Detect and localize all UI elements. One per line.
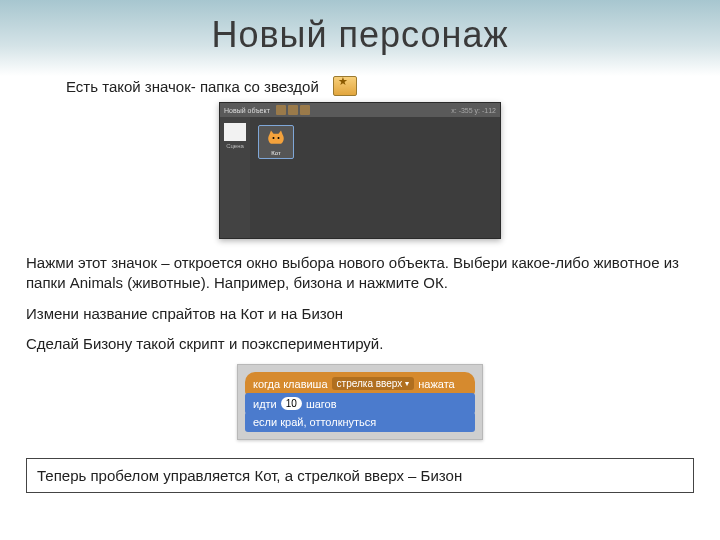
slide-title: Новый персонаж <box>0 14 720 56</box>
hat-block: когда клавиша стрелка вверх нажата <box>245 372 475 395</box>
paint-sprite-icon <box>276 105 286 115</box>
panel-header: Новый объект x: -355 y: -112 <box>220 103 500 117</box>
stage-label: Сцена <box>220 143 250 149</box>
sprite-label: Кот <box>259 150 293 156</box>
move-block: идти 10 шагов <box>245 393 475 414</box>
stage-thumbnail <box>224 123 246 141</box>
key-dropdown: стрелка вверх <box>332 377 415 390</box>
move-text-post: шагов <box>306 398 337 410</box>
footer-note: Теперь пробелом управляется Кот, а стрел… <box>26 458 694 493</box>
move-text-pre: идти <box>253 398 277 410</box>
star-folder-icon <box>288 105 298 115</box>
panel-header-icons <box>276 105 310 115</box>
stage-column: Сцена <box>220 117 250 238</box>
script-preview: когда клавиша стрелка вверх нажата идти … <box>237 364 483 440</box>
paragraph-1: Нажми этот значок – откроется окно выбор… <box>26 253 694 294</box>
svg-point-0 <box>273 137 275 139</box>
intro-text: Есть такой значок- папка со звездой <box>66 78 319 95</box>
paragraph-3: Сделай Бизону такой скрипт и поэкспериме… <box>26 334 694 354</box>
surprise-sprite-icon <box>300 105 310 115</box>
hat-text-pre: когда клавиша <box>253 378 328 390</box>
star-folder-icon <box>333 76 357 96</box>
slide-header: Новый персонаж <box>0 0 720 76</box>
panel-header-label: Новый объект <box>224 107 270 114</box>
sprite-thumbnail: Кот <box>258 125 294 159</box>
intro-row: Есть такой значок- папка со звездой <box>66 76 694 96</box>
svg-point-1 <box>278 137 280 139</box>
slide-content: Есть такой значок- папка со звездой Новы… <box>0 76 720 493</box>
cat-icon <box>259 126 293 150</box>
panel-coords: x: -355 y: -112 <box>451 107 496 114</box>
hat-text-post: нажата <box>418 378 454 390</box>
move-steps-input: 10 <box>281 397 302 410</box>
paragraph-2: Измени название спрайтов на Кот и на Биз… <box>26 304 694 324</box>
scratch-sprite-panel: Новый объект x: -355 y: -112 Сцена Кот <box>219 102 501 239</box>
bounce-block: если край, оттолкнуться <box>245 412 475 432</box>
